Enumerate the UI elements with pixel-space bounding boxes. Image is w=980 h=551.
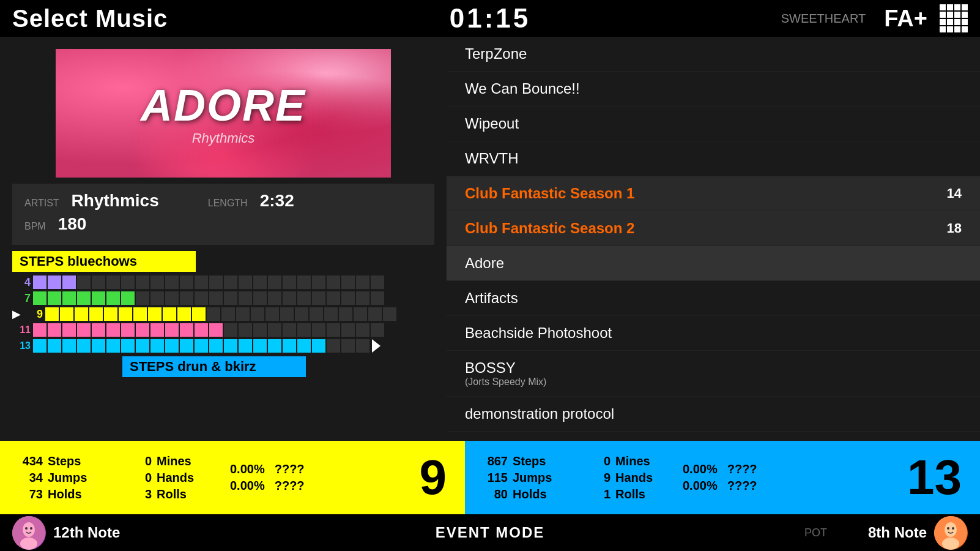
length-value: 2:32 — [260, 191, 294, 211]
stat-pct1-left: 0.00% ???? — [230, 462, 305, 476]
album-art: ADORE Rhythmics — [56, 49, 391, 178]
steps-label-left: Steps — [48, 454, 103, 468]
page-title: Select Music — [12, 5, 168, 32]
difficulty-badge-right: 13 — [907, 453, 968, 502]
svg-point-6 — [945, 522, 957, 537]
list-item-terpzone[interactable]: TerpZone — [447, 37, 980, 72]
avatar-right — [934, 516, 968, 550]
rolls-count-left: 3 — [121, 487, 152, 501]
album-title: ADORE — [141, 80, 306, 130]
diff-row-9[interactable]: ▶ 9 — [12, 307, 434, 321]
q1-right: ???? — [727, 462, 757, 476]
header-right: SWEETHEART FA+ — [781, 4, 968, 32]
stat-hands-left: 0 Hands — [121, 471, 212, 485]
list-item-bounce[interactable]: We Can Bounce!! — [447, 72, 980, 107]
diff-num-11: 11 — [12, 324, 31, 335]
diff-num-9: 9 — [24, 308, 43, 321]
mines-count-right: 0 — [580, 454, 611, 468]
jumps-count-right: 115 — [477, 471, 508, 485]
stat-mines-right: 0 Mines — [580, 454, 670, 468]
list-item-adore[interactable]: Adore — [447, 246, 980, 281]
steps-label-p1: STEPS bluechows — [12, 251, 196, 272]
svg-point-7 — [942, 538, 959, 550]
list-item-artifacts[interactable]: Artifacts — [447, 281, 980, 316]
list-item-cfs2[interactable]: Club Fantastic Season 2 18 — [447, 211, 980, 246]
diff-row-4[interactable]: 4 — [12, 276, 434, 289]
footer-pot: POT — [804, 527, 827, 539]
stat-pct1-right: 0.00% ???? — [683, 462, 757, 476]
diff-row-13[interactable]: 13 — [12, 339, 434, 353]
footer-mode: EVENT MODE — [436, 524, 545, 541]
hands-count-left: 0 — [121, 471, 152, 485]
list-item-cfs1[interactable]: Club Fantastic Season 1 14 — [447, 176, 980, 211]
song-list: TerpZone We Can Bounce!! Wipeout WRVTH C… — [447, 37, 980, 432]
footer: 12th Note EVENT MODE POT 8th Note — [0, 514, 980, 551]
footer-note-right: 8th Note — [868, 524, 927, 541]
stat-mines-left: 0 Mines — [121, 454, 212, 468]
diff-row-11[interactable]: 11 — [12, 323, 434, 337]
svg-point-9 — [952, 527, 954, 530]
bpm-label: BPM — [24, 221, 46, 232]
steps-count-left: 434 — [12, 454, 43, 468]
stats-col-right-3: 0.00% ???? 0.00% ???? — [683, 462, 757, 493]
stat-holds-right: 80 Holds — [477, 487, 568, 501]
bottom-left-panel: 434 Steps 34 Jumps 73 Holds 0 Mines 0 Ha… — [0, 441, 465, 514]
header: Select Music 01:15 SWEETHEART FA+ — [0, 0, 980, 37]
list-item-demo[interactable]: demonstration protocol — [447, 397, 980, 432]
steps-section: STEPS bluechows 4 — [12, 251, 434, 377]
stat-holds-left: 73 Holds — [12, 487, 103, 501]
diff-blocks-13 — [33, 339, 380, 353]
jumps-label-right: Jumps — [513, 471, 568, 485]
timer: 01:15 — [450, 3, 531, 34]
footer-note-left: 12th Note — [53, 524, 120, 541]
q2-right: ???? — [727, 479, 757, 493]
svg-point-1 — [23, 522, 35, 537]
holds-label-right: Holds — [513, 487, 568, 501]
list-item-beachside[interactable]: Beachside Photoshoot — [447, 316, 980, 351]
album-art-inner: ADORE Rhythmics — [56, 49, 391, 178]
stat-rolls-right: 1 Rolls — [580, 487, 670, 501]
right-panel: TerpZone We Can Bounce!! Wipeout WRVTH C… — [447, 37, 980, 441]
diff-num-4: 4 — [12, 276, 31, 289]
steps-label-right: Steps — [513, 454, 568, 468]
mines-label-right: Mines — [615, 454, 670, 468]
list-item-wipeout[interactable]: Wipeout — [447, 107, 980, 141]
q1-left: ???? — [275, 462, 305, 476]
stat-steps-right: 867 Steps — [477, 454, 568, 468]
artist-label: ARTIST — [24, 198, 59, 209]
jumps-count-left: 34 — [12, 471, 43, 485]
diff-row-7[interactable]: 7 — [12, 291, 434, 305]
diff-blocks-7 — [33, 291, 384, 305]
song-info-row-2: BPM 180 — [24, 214, 422, 234]
jumps-label-left: Jumps — [48, 471, 103, 485]
stat-jumps-right: 115 Jumps — [477, 471, 568, 485]
rolls-count-right: 1 — [580, 487, 611, 501]
difficulty-badge-left: 9 — [420, 453, 453, 502]
list-item-wrvth[interactable]: WRVTH — [447, 141, 980, 176]
album-subtitle: Rhythmics — [192, 130, 255, 146]
stat-pct2-left: 0.00% ???? — [230, 479, 305, 493]
mines-count-left: 0 — [121, 454, 152, 468]
stats-col-right-1: 867 Steps 115 Jumps 80 Holds — [477, 454, 568, 501]
artist-value: Rhythmics — [72, 191, 159, 211]
hands-label-left: Hands — [157, 471, 212, 485]
mines-label-left: Mines — [157, 454, 212, 468]
pct2-right: 0.00% — [683, 479, 718, 493]
song-info-row-1: ARTIST Rhythmics LENGTH 2:32 — [24, 191, 422, 211]
stat-rolls-left: 3 Rolls — [121, 487, 212, 501]
list-item-bossy[interactable]: BOSSY (Jorts Speedy Mix) — [447, 351, 980, 397]
grade-display: FA+ — [884, 6, 927, 32]
diff-blocks-11 — [33, 323, 384, 337]
pct1-right: 0.00% — [683, 462, 718, 476]
svg-point-2 — [20, 538, 37, 550]
stat-steps-left: 434 Steps — [12, 454, 103, 468]
holds-label-left: Holds — [48, 487, 103, 501]
stats-col-left-2: 0 Mines 0 Hands 3 Rolls — [121, 454, 212, 501]
holds-count-right: 80 — [477, 487, 508, 501]
difficulty-bars: 4 — [12, 276, 434, 353]
diff-num-13: 13 — [12, 340, 31, 351]
pct2-left: 0.00% — [230, 479, 265, 493]
diff-blocks-4 — [33, 276, 384, 289]
song-name-display: SWEETHEART — [781, 12, 866, 26]
bottom-right-panel: 867 Steps 115 Jumps 80 Holds 0 Mines 9 H… — [465, 441, 980, 514]
